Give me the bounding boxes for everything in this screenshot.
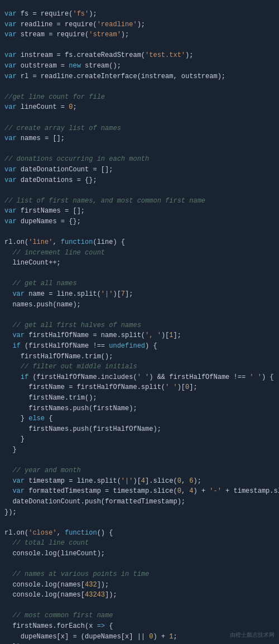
watermark: 由橙士颜志技术网 <box>230 631 275 640</box>
code-block: var fs = require('fs'); var readline = r… <box>4 9 275 644</box>
code-container: var fs = require('fs'); var readline = r… <box>0 0 279 644</box>
